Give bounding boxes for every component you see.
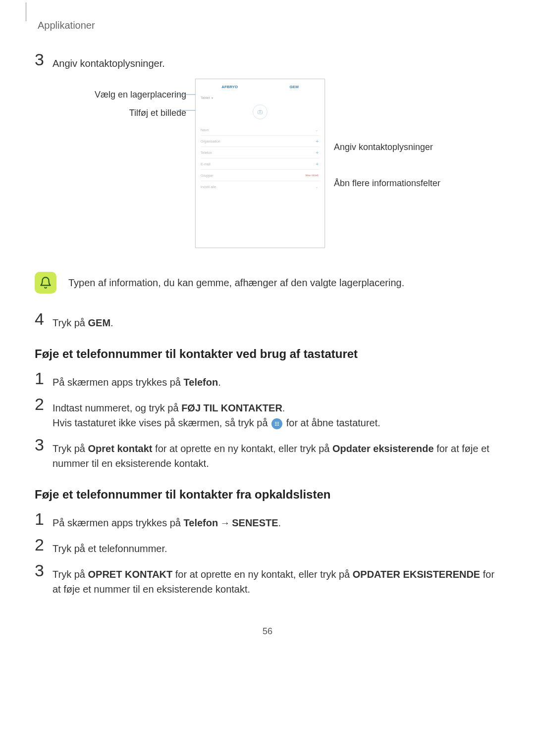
mock-cancel: AFBRYD <box>221 85 238 89</box>
arrow-icon: → <box>220 517 230 528</box>
heading-add-from-calllog: Føje et telefonnummer til kontakter fra … <box>35 488 500 502</box>
step-number: 3 <box>35 51 53 71</box>
step-3: 3 Angiv kontaktoplysninger. <box>35 51 500 71</box>
svg-point-19 <box>275 425 276 426</box>
svg-rect-11 <box>258 111 263 114</box>
calllog-step-3: 3 Tryk på OPRET KONTAKT for at oprette e… <box>35 562 500 597</box>
callout-enter-info: Angiv kontaktoplysninger <box>334 142 440 152</box>
mock-save: GEM <box>290 85 299 89</box>
callout-storage: Vælg en lagerplacering <box>95 90 186 100</box>
heading-add-from-keypad: Føje et telefonnummer til kontakter ved … <box>35 347 500 361</box>
callout-add-image: Tilføj et billede <box>129 108 186 118</box>
svg-point-15 <box>278 422 279 423</box>
svg-point-18 <box>278 423 279 424</box>
figure-diagram: Vælg en lagerplacering Tilføj et billede… <box>35 79 500 257</box>
keypad-step-2: 2 Indtast nummeret, og tryk på FØJ TIL K… <box>35 396 500 430</box>
section-header: Applikationer <box>38 20 500 31</box>
step-text: Indtast nummeret, og tryk på FØJ TIL KON… <box>53 396 380 430</box>
keypad-step-1: 1 På skærmen apps trykkes på Telefon. <box>35 370 500 390</box>
svg-point-13 <box>275 422 276 423</box>
phone-mockup: AFBRYD GEM Tablet Navn⌄ Organisation+ Te… <box>195 79 325 248</box>
svg-point-12 <box>260 111 261 113</box>
mock-photo-row <box>196 101 324 124</box>
note-callout: Typen af information, du kan gemme, afhæ… <box>35 272 500 294</box>
step-text: Tryk på OPRET KONTAKT for at oprette en … <box>53 562 500 597</box>
svg-point-16 <box>275 423 276 424</box>
page-number: 56 <box>35 626 500 637</box>
svg-point-14 <box>276 422 277 423</box>
step-text: Tryk på GEM. <box>53 310 113 330</box>
svg-point-21 <box>278 425 279 426</box>
step-text: Tryk på et telefonnummer. <box>53 536 167 556</box>
step-number: 3 <box>35 436 53 471</box>
margin-rule <box>26 2 26 21</box>
step-text: På skærmen apps trykkes på Telefon→SENES… <box>53 510 281 530</box>
step-number: 3 <box>35 562 53 597</box>
mock-field-phone: Telefon+ <box>201 147 320 158</box>
callout-more-fields: Åbn flere informationsfelter <box>334 178 440 189</box>
figure-right-labels: Angiv kontaktoplysninger Åbn flere infor… <box>334 79 440 189</box>
step-text: Angiv kontaktoplysninger. <box>53 51 165 71</box>
step-4: 4 Tryk på GEM. <box>35 310 500 330</box>
mock-field-name: Navn⌄ <box>201 124 320 136</box>
dialpad-icon <box>271 418 282 429</box>
document-page: Applikationer 3 Angiv kontaktoplysninger… <box>0 0 535 666</box>
mock-field-more: Indstil alle⌄ <box>201 181 320 192</box>
svg-point-17 <box>276 423 277 424</box>
step-number: 1 <box>35 370 53 390</box>
keypad-step-3: 3 Tryk på Opret kontakt for at oprette e… <box>35 436 500 471</box>
mock-field-org: Organisation+ <box>201 136 320 147</box>
calllog-step-2: 2 Tryk på et telefonnummer. <box>35 536 500 556</box>
svg-point-20 <box>276 425 277 426</box>
mock-field-groups: GrupperIkke tildelt <box>201 170 320 181</box>
mock-storage-select: Tablet <box>196 94 324 101</box>
step-number: 2 <box>35 536 53 556</box>
bell-note-icon <box>35 272 56 294</box>
camera-icon <box>253 104 268 119</box>
note-text: Typen af information, du kan gemme, afhæ… <box>68 277 404 289</box>
step-text: Tryk på Opret kontakt for at oprette en … <box>53 436 500 471</box>
mock-header: AFBRYD GEM <box>196 79 324 94</box>
step-text: På skærmen apps trykkes på Telefon. <box>53 370 221 390</box>
step-number: 2 <box>35 396 53 430</box>
step-number: 1 <box>35 510 53 530</box>
calllog-step-1: 1 På skærmen apps trykkes på Telefon→SEN… <box>35 510 500 530</box>
step-number: 4 <box>35 310 53 330</box>
mock-field-email: E-mail+ <box>201 158 320 170</box>
figure-left-labels: Vælg en lagerplacering Tilføj et billede <box>95 79 186 118</box>
